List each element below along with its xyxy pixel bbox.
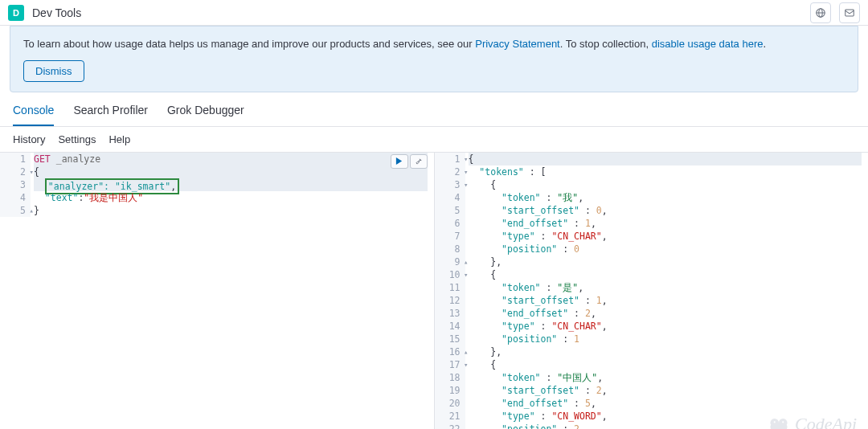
disable-link[interactable]: disable usage data here	[652, 38, 764, 50]
toolbar-history[interactable]: History	[13, 133, 45, 145]
mail-icon[interactable]	[839, 2, 860, 23]
notice-text: To learn about how usage data helps us m…	[23, 36, 845, 52]
request-gutter: 1 2▾ 3 4 5▴	[0, 153, 31, 217]
app-header: D Dev Tools	[0, 0, 868, 26]
response-gutter: 1▾2▾3▾456789▴10▾111213141516▴17▾18192021…	[435, 153, 465, 430]
text-value: "我是中国人"	[84, 192, 143, 203]
app-logo-icon: D	[8, 5, 24, 21]
console-toolbar: History Settings Help	[0, 127, 868, 153]
response-pane[interactable]: ⋮⋮ 1▾2▾3▾456789▴10▾111213141516▴17▾18192…	[434, 153, 869, 430]
method-keyword: GET	[34, 153, 51, 165]
response-code: { "tokens" : [ { "token" : "我", "start_o…	[469, 153, 869, 430]
notice-middle: . To stop collection,	[560, 38, 652, 50]
dismiss-button[interactable]: Dismiss	[23, 60, 84, 82]
privacy-link[interactable]: Privacy Statement	[475, 38, 560, 50]
text-key: "text"	[45, 192, 79, 203]
usage-notice: To learn about how usage data helps us m…	[10, 26, 858, 92]
run-controls	[391, 154, 428, 169]
svg-rect-3	[845, 10, 854, 16]
tab-grok-debugger[interactable]: Grok Debugger	[167, 104, 244, 126]
toolbar-help[interactable]: Help	[108, 133, 130, 145]
tab-bar: Console Search Profiler Grok Debugger	[0, 92, 868, 127]
editor-area: 1 2▾ 3 4 5▴ GET _analyze { "analyzer": "…	[0, 153, 868, 430]
wrench-icon[interactable]	[410, 154, 428, 169]
page-title: Dev Tools	[32, 6, 81, 19]
globe-icon[interactable]	[810, 2, 831, 23]
tab-search-profiler[interactable]: Search Profiler	[73, 104, 148, 126]
toolbar-settings[interactable]: Settings	[58, 133, 96, 145]
request-pane[interactable]: 1 2▾ 3 4 5▴ GET _analyze { "analyzer": "…	[0, 153, 434, 430]
notice-suffix: .	[763, 38, 766, 50]
notice-prefix: To learn about how usage data helps us m…	[23, 38, 475, 50]
analyzer-kv: "analyzer": "ik_smart"	[48, 181, 170, 192]
header-left: D Dev Tools	[8, 5, 81, 21]
play-icon[interactable]	[391, 154, 408, 169]
header-right	[810, 2, 860, 23]
tab-console[interactable]: Console	[13, 104, 54, 126]
request-code[interactable]: GET _analyze { "analyzer": "ik_smart", "…	[34, 153, 434, 217]
endpoint: _analyze	[56, 153, 100, 165]
